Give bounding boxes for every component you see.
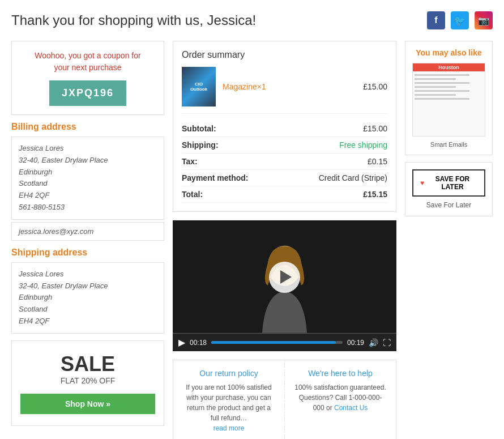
total-value: £15.15 bbox=[363, 190, 387, 199]
product-row: CIOOutlook Magazine×1 £15.00 bbox=[182, 67, 387, 114]
billing-city: Edinburgh bbox=[19, 167, 157, 178]
order-summary-title: Order summary bbox=[182, 50, 387, 60]
save-for-later-button[interactable]: ♥ SAVE FOR LATER bbox=[412, 169, 485, 197]
product-info: Magazine×1 bbox=[223, 82, 363, 91]
coupon-box: Woohoo, you got a coupon for your next p… bbox=[11, 41, 164, 115]
shipping-city: Edinburgh bbox=[19, 292, 157, 304]
subtotal-label: Subtotal: bbox=[182, 124, 216, 133]
play-button[interactable] bbox=[269, 262, 300, 293]
payment-value: Credit Card (Stripe) bbox=[319, 173, 387, 182]
help-title: We're here to help bbox=[293, 369, 387, 378]
twitter-icon[interactable]: 🐦 bbox=[451, 11, 469, 29]
social-icons-group: f 🐦 📷 bbox=[427, 11, 493, 29]
order-summary: Order summary CIOOutlook Magazine×1 £15.… bbox=[173, 41, 396, 212]
shipping-label: Shipping: bbox=[182, 140, 219, 150]
heart-icon: ♥ bbox=[420, 179, 424, 187]
payment-label: Payment method: bbox=[182, 173, 248, 182]
billing-address1: 32-40, Easter Drylaw Place bbox=[19, 155, 157, 167]
total-row: Total: £15.15 bbox=[182, 186, 387, 203]
tax-value: £0.15 bbox=[368, 157, 387, 166]
main-content: Woohoo, you got a coupon for your next p… bbox=[11, 41, 493, 439]
content-line-7 bbox=[415, 98, 469, 100]
shop-now-button[interactable]: Shop Now » bbox=[20, 394, 155, 414]
subtotal-value: £15.00 bbox=[363, 124, 387, 133]
shipping-name: Jessica Lores bbox=[19, 268, 157, 280]
also-like-product-image[interactable]: Houston bbox=[412, 63, 485, 137]
read-more-link[interactable]: read more bbox=[213, 424, 245, 432]
coupon-code[interactable]: JXPQ196 bbox=[49, 80, 126, 106]
right-column: You may also like Houston Smart Emails bbox=[405, 41, 493, 439]
also-like-content bbox=[413, 71, 485, 136]
volume-icon[interactable]: 🔊 bbox=[369, 338, 378, 347]
help-text: 100% satisfaction guaranteed. Questions?… bbox=[293, 382, 387, 413]
page-header: Thank you for shopping with us, Jessica!… bbox=[11, 11, 493, 29]
product-image: CIOOutlook bbox=[182, 67, 216, 106]
payment-row: Payment method: Credit Card (Stripe) bbox=[182, 170, 387, 186]
fullscreen-icon[interactable]: ⛶ bbox=[383, 338, 391, 347]
also-like-product-header: Houston bbox=[413, 63, 485, 71]
billing-email: jessica.lores@xyz.com bbox=[11, 222, 164, 241]
video-progress-bar[interactable] bbox=[211, 341, 343, 344]
tax-row: Tax: £0.15 bbox=[182, 154, 387, 170]
video-progress-fill bbox=[211, 341, 336, 344]
return-policy-title: Our return policy bbox=[182, 369, 276, 378]
return-policy-cell: Our return policy If you are not 100% sa… bbox=[173, 360, 285, 439]
content-line-4 bbox=[415, 86, 456, 88]
product-price: £15.00 bbox=[363, 82, 387, 91]
billing-address-box: Jessica Lores 32-40, Easter Drylaw Place… bbox=[11, 137, 164, 220]
info-row: Our return policy If you are not 100% sa… bbox=[173, 360, 396, 439]
shipping-postcode: EH4 2QF bbox=[19, 316, 157, 327]
sale-title: SALE bbox=[20, 352, 155, 376]
play-control-button[interactable]: ▶ bbox=[178, 337, 185, 348]
video-total-time: 00:19 bbox=[347, 339, 364, 347]
shipping-address-box: Jessica Lores 32-40, Easter Drylaw Place… bbox=[11, 262, 164, 334]
billing-phone: 561-880-5153 bbox=[19, 202, 157, 214]
shipping-address1: 32-40, Easter Drylaw Place bbox=[19, 280, 157, 292]
page-title: Thank you for shopping with us, Jessica! bbox=[11, 12, 256, 28]
sale-subtitle: FLAT 20% OFF bbox=[20, 376, 155, 385]
also-like-title: You may also like bbox=[412, 48, 485, 57]
billing-postcode: EH4 2QF bbox=[19, 190, 157, 202]
help-cell: We're here to help 100% satisfaction gua… bbox=[285, 360, 396, 439]
video-current-time: 00:18 bbox=[190, 339, 207, 347]
contact-us-link[interactable]: Contact Us bbox=[334, 404, 368, 412]
sale-box: SALE FLAT 20% OFF Shop Now » bbox=[11, 340, 164, 426]
left-column: Woohoo, you got a coupon for your next p… bbox=[11, 41, 164, 439]
billing-region: Scotland bbox=[19, 178, 157, 190]
billing-title: Billing address bbox=[11, 122, 164, 132]
video-preview[interactable] bbox=[173, 220, 396, 334]
content-line-3 bbox=[415, 82, 469, 84]
billing-address-section: Billing address Jessica Lores 32-40, Eas… bbox=[11, 122, 164, 241]
total-label: Total: bbox=[182, 190, 203, 199]
content-line-2 bbox=[415, 78, 456, 80]
tax-label: Tax: bbox=[182, 157, 198, 166]
save-for-later-label: Save For Later bbox=[412, 201, 485, 209]
magazine-cover: CIOOutlook bbox=[182, 67, 216, 106]
content-line-1 bbox=[415, 74, 469, 76]
shipping-address-section: Shipping address Jessica Lores 32-40, Ea… bbox=[11, 248, 164, 334]
video-controls: ▶ 00:18 00:19 🔊 ⛶ bbox=[173, 334, 396, 351]
also-like-product-label: Smart Emails bbox=[412, 141, 485, 148]
shipping-region: Scotland bbox=[19, 304, 157, 316]
shipping-title: Shipping address bbox=[11, 248, 164, 258]
shipping-row: Shipping: Free shipping bbox=[182, 137, 387, 154]
facebook-icon[interactable]: f bbox=[427, 11, 445, 29]
instagram-icon[interactable]: 📷 bbox=[475, 11, 493, 29]
play-triangle-icon bbox=[280, 270, 292, 284]
save-for-later-section: ♥ SAVE FOR LATER Save For Later bbox=[405, 162, 493, 216]
subtotal-row: Subtotal: £15.00 bbox=[182, 121, 387, 137]
center-column: Order summary CIOOutlook Magazine×1 £15.… bbox=[173, 41, 396, 439]
coupon-text: Woohoo, you got a coupon for your next p… bbox=[20, 50, 155, 74]
return-policy-text: If you are not 100% satisfied with your … bbox=[182, 382, 276, 433]
video-container: ▶ 00:18 00:19 🔊 ⛶ bbox=[173, 220, 396, 351]
also-like-section: You may also like Houston Smart Emails bbox=[405, 41, 493, 155]
billing-name: Jessica Lores bbox=[19, 143, 157, 155]
content-line-5 bbox=[415, 90, 469, 92]
shipping-value: Free shipping bbox=[339, 140, 387, 150]
content-line-6 bbox=[415, 94, 456, 96]
product-name[interactable]: Magazine×1 bbox=[223, 82, 266, 91]
